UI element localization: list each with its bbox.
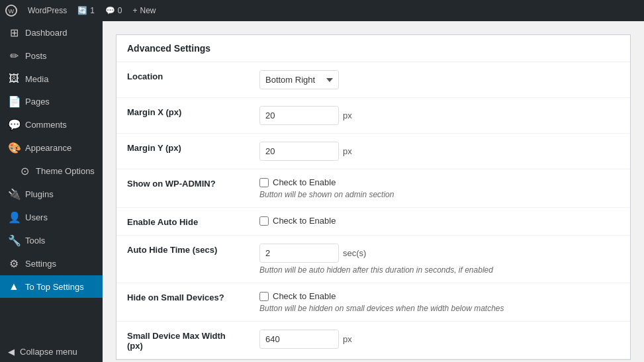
auto-hide-label: Check to Enable [273,216,336,226]
comments-item[interactable]: 💬 0 [105,6,122,15]
auto-hide-checkbox[interactable] [259,216,269,226]
field-row-location: Location Bottom Right Bottom Left Top Ri… [116,62,630,98]
sidebar-item-posts[interactable]: ✏ Posts [0,44,103,68]
sidebar-item-users[interactable]: 👤 Users [0,206,103,229]
margin-x-input[interactable] [259,106,339,125]
main-content: Advanced Settings Location Bottom Right … [103,21,644,362]
sidebar-item-dashboard[interactable]: ⊞ Dashboard [0,21,103,44]
hide-on-small-label: Check to Enable [273,291,336,301]
sidebar-item-media[interactable]: 🖼 Media [0,68,103,90]
show-on-wpadmin-hint: Button will be shown on admin section [259,190,620,199]
settings-icon: ⚙ [8,257,20,270]
hide-on-small-hint: Button will be hidden on small devices w… [259,304,620,313]
sidebar-item-theme-options[interactable]: ⊙ Theme Options [0,159,103,183]
margin-x-unit: px [343,111,352,120]
sidebar-item-settings[interactable]: ⚙ Settings [0,252,103,275]
collapse-icon: ◀ [8,347,15,357]
to-top-settings-icon: ▲ [8,281,20,293]
show-on-wpadmin-label: Check to Enable [273,177,336,187]
margin-y-unit: px [343,146,352,156]
dashboard-icon: ⊞ [8,26,20,39]
sidebar-item-plugins[interactable]: 🔌 Plugins [0,183,103,206]
sidebar-item-appearance[interactable]: 🎨 Appearance [0,136,103,159]
sidebar-item-pages[interactable]: 📄 Pages [0,90,103,113]
field-row-hide-on-small: Hide on Small Devices? Check to Enable B… [116,283,630,322]
auto-hide-time-unit: sec(s) [343,248,366,258]
wp-logo-item[interactable]: W [5,5,17,17]
settings-box: Advanced Settings Location Bottom Right … [116,34,631,360]
users-icon: 👤 [8,211,20,224]
collapse-menu-button[interactable]: ◀ Collapse menu [0,341,103,362]
field-row-margin-y: Margin Y (px) px [116,134,630,169]
updates-item[interactable]: 🔄 1 [77,6,95,15]
small-max-width-container: px [259,330,620,349]
comments-icon: 💬 [8,118,20,131]
new-item[interactable]: + New [133,6,156,15]
posts-icon: ✏ [8,50,20,62]
tools-icon: 🔧 [8,234,20,247]
field-label-margin-x: Margin X (px) [116,98,249,134]
field-value-location: Bottom Right Bottom Left Top Right Top L… [249,62,630,98]
svg-text:W: W [9,8,15,15]
field-row-margin-x: Margin X (px) px [116,98,630,134]
field-label-auto-hide: Enable Auto Hide [116,208,249,236]
field-label-show-on-wpadmin: Show on WP-ADMIN? [116,169,249,208]
sidebar-item-to-top-settings[interactable]: ▲ To Top Settings [0,275,103,298]
admin-bar: W WordPress 🔄 1 💬 0 + New [0,0,644,21]
field-row-small-max-width: Small Device Max Width (px) px [116,322,630,359]
settings-table: Location Bottom Right Bottom Left Top Ri… [116,62,630,359]
pages-icon: 📄 [8,95,20,108]
show-on-wpadmin-checkbox-row: Check to Enable [259,177,620,187]
field-label-margin-y: Margin Y (px) [116,134,249,169]
appearance-icon: 🎨 [8,142,20,154]
sidebar-item-tools[interactable]: 🔧 Tools [0,229,103,252]
hide-on-small-checkbox[interactable] [259,292,269,301]
location-select[interactable]: Bottom Right Bottom Left Top Right Top L… [259,70,339,89]
hide-on-small-checkbox-row: Check to Enable [259,291,620,301]
field-label-auto-hide-time: Auto Hide Time (secs) [116,236,249,283]
small-max-width-input[interactable] [259,330,339,349]
sidebar-item-comments[interactable]: 💬 Comments [0,113,103,136]
field-row-auto-hide-time: Auto Hide Time (secs) sec(s) Button will… [116,236,630,283]
field-row-auto-hide: Enable Auto Hide Check to Enable [116,208,630,236]
auto-hide-time-container: sec(s) [259,244,620,263]
sidebar: ⊞ Dashboard ✏ Posts 🖼 Media 📄 Pages 💬 Co… [0,21,103,362]
show-on-wpadmin-checkbox[interactable] [259,178,269,187]
plugins-icon: 🔌 [8,188,20,201]
auto-hide-time-input[interactable] [259,244,339,263]
theme-options-icon: ⊙ [19,165,30,177]
field-label-small-max-width: Small Device Max Width (px) [116,322,249,359]
field-row-show-on-wpadmin: Show on WP-ADMIN? Check to Enable Button… [116,169,630,208]
margin-y-container: px [259,142,620,161]
margin-x-container: px [259,106,620,125]
auto-hide-time-hint: Button will be auto hidden after this du… [259,265,620,275]
field-label-hide-on-small: Hide on Small Devices? [116,283,249,322]
auto-hide-checkbox-row: Check to Enable [259,216,620,226]
margin-y-input[interactable] [259,142,339,161]
media-icon: 🖼 [8,73,20,85]
main-layout: ⊞ Dashboard ✏ Posts 🖼 Media 📄 Pages 💬 Co… [0,21,644,362]
section-title: Advanced Settings [116,35,630,62]
small-max-width-unit: px [343,334,352,344]
site-name[interactable]: WordPress [28,6,67,15]
field-label-location: Location [116,62,249,98]
